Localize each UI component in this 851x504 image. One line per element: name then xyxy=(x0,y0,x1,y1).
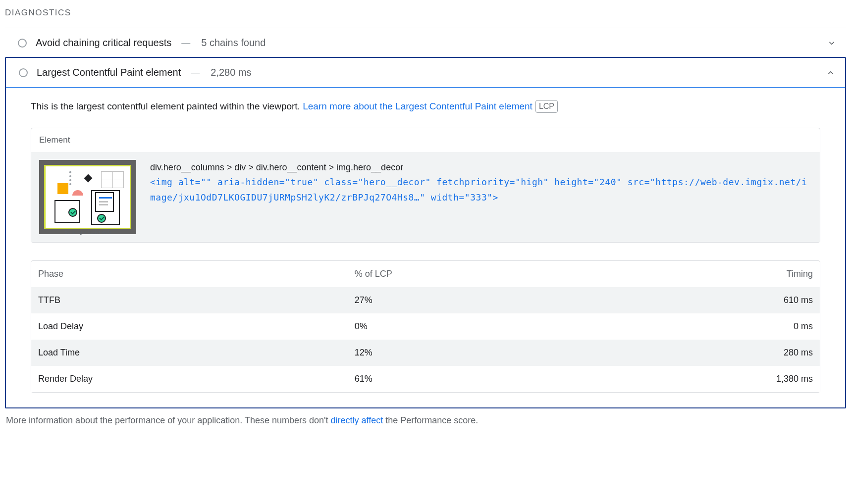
table-row: Load Delay 0% 0 ms xyxy=(31,313,820,340)
table-row: TTFB 27% 610 ms xyxy=(31,287,820,313)
audit-toggle-lcp-element[interactable]: Largest Contentful Paint element — 2,280… xyxy=(6,58,845,88)
col-pct: % of LCP xyxy=(348,261,586,287)
audit-summary-value: 5 chains found xyxy=(201,37,266,49)
col-phase: Phase xyxy=(31,261,348,287)
table-row: Load Time 12% 280 ms xyxy=(31,340,820,366)
thumbnail-caption: Building a better web xyxy=(44,229,131,235)
diagnostics-section-header: DIAGNOSTICS xyxy=(5,6,846,28)
lcp-element-card: Element Building a bet xyxy=(31,128,820,243)
lcp-timings-table: Phase % of LCP Timing TTFB 27% 610 ms Lo… xyxy=(31,260,820,393)
status-neutral-icon xyxy=(18,39,27,48)
status-neutral-icon xyxy=(19,68,28,77)
col-timing: Timing xyxy=(586,261,820,287)
audit-body-lcp: This is the largest contentful element p… xyxy=(6,88,845,407)
audit-critical-request-chains: Avoid chaining critical requests — 5 cha… xyxy=(5,28,846,57)
dash-separator: — xyxy=(191,67,200,78)
table-row: Render Delay 61% 1,380 ms xyxy=(31,366,820,392)
diagnostics-footer-note: More information about the performance o… xyxy=(5,415,846,426)
phase-cell: TTFB xyxy=(31,287,348,313)
audit-toggle-critical-request-chains[interactable]: Avoid chaining critical requests — 5 cha… xyxy=(5,28,846,57)
directly-affect-link[interactable]: directly affect xyxy=(330,415,383,425)
lcp-badge: LCP xyxy=(535,100,558,113)
element-thumbnail: Building a better web xyxy=(39,160,136,234)
audit-summary-value: 2,280 ms xyxy=(211,67,251,78)
pct-cell: 12% xyxy=(348,340,586,366)
chevron-down-icon xyxy=(826,38,837,49)
phase-cell: Load Time xyxy=(31,340,348,366)
chevron-up-icon xyxy=(825,67,836,78)
timing-cell: 280 ms xyxy=(586,340,820,366)
timing-cell: 610 ms xyxy=(586,287,820,313)
audit-description: This is the largest contentful element p… xyxy=(31,100,820,114)
audit-description-text: This is the largest contentful element p… xyxy=(31,101,303,111)
element-info: div.hero__columns > div > div.hero__cont… xyxy=(150,160,812,205)
dash-separator: — xyxy=(181,38,190,48)
element-selector-path: div.hero__columns > div > div.hero__cont… xyxy=(150,160,812,175)
card-header-element: Element xyxy=(31,128,820,152)
element-html-snippet: <img alt="" aria-hidden="true" class="he… xyxy=(150,175,812,205)
footer-prefix: More information about the performance o… xyxy=(6,415,330,425)
footer-suffix: the Performance score. xyxy=(383,415,478,425)
pct-cell: 0% xyxy=(348,313,586,340)
timing-cell: 0 ms xyxy=(586,313,820,340)
phase-cell: Render Delay xyxy=(31,366,348,392)
audit-title: Avoid chaining critical requests xyxy=(36,37,171,49)
pct-cell: 27% xyxy=(348,287,586,313)
audit-title: Largest Contentful Paint element xyxy=(37,67,181,78)
card-body: Building a better web div.hero__columns … xyxy=(31,152,820,242)
learn-more-link[interactable]: Learn more about the Largest Contentful … xyxy=(303,101,532,111)
audit-lcp-element: Largest Contentful Paint element — 2,280… xyxy=(5,57,846,408)
pct-cell: 61% xyxy=(348,366,586,392)
timing-cell: 1,380 ms xyxy=(586,366,820,392)
phase-cell: Load Delay xyxy=(31,313,348,340)
